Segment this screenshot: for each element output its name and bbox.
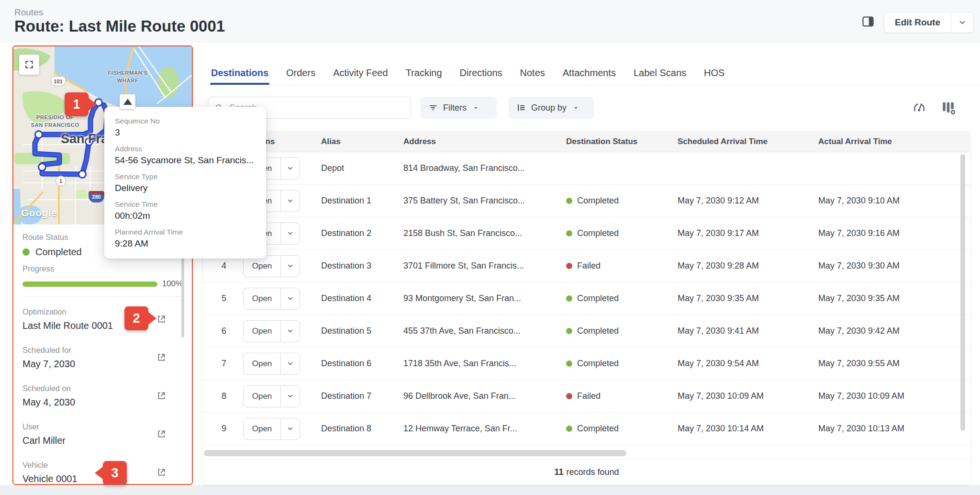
open-button-label[interactable]: Open (244, 256, 280, 277)
row-seq: 8 (203, 391, 233, 401)
status-dot (566, 230, 572, 236)
row-address: 1718 35th Ave, San Francis... (403, 359, 566, 369)
dashboard-gauge-button[interactable] (909, 98, 929, 118)
group-by-button[interactable]: Group by (509, 97, 594, 119)
open-button-label[interactable]: Open (244, 288, 280, 309)
open-button-label[interactable]: Open (244, 386, 280, 407)
column-header-scheduled-arrival[interactable]: Scheduled Arrival Time (678, 137, 818, 146)
open-button[interactable]: Open (243, 353, 300, 375)
row-alias: Destination 4 (321, 293, 403, 304)
group-by-icon (516, 103, 526, 112)
map-fullscreen-button[interactable] (19, 55, 39, 75)
open-button[interactable]: Open (243, 385, 300, 407)
table-row[interactable]: 4 Open Destination 3 3701 Fillmore St, S… (203, 250, 970, 282)
open-dropdown-toggle[interactable] (281, 191, 300, 212)
tab-label-scans[interactable]: Label Scans (634, 60, 686, 85)
row-seq: 5 (203, 293, 233, 304)
column-header-alias[interactable]: Alias (321, 137, 403, 146)
tab-attachments[interactable]: Attachments (563, 60, 616, 85)
vehicle-open-link[interactable] (156, 467, 167, 479)
side-panel-toggle-button[interactable] (860, 15, 876, 30)
edit-route-button[interactable]: Edit Route (884, 12, 951, 33)
open-dropdown-toggle[interactable] (281, 223, 300, 244)
row-scheduled-time: May 7, 2030 10:09 AM (678, 391, 818, 401)
optimization-open-link[interactable] (156, 314, 167, 326)
status-text: Completed (577, 424, 619, 434)
table-row[interactable]: 9 Open Destination 8 12 Hemway Terrace, … (203, 413, 970, 445)
column-settings-button[interactable] (939, 98, 959, 118)
chevron-down-icon (473, 105, 479, 111)
open-button[interactable]: Open (243, 418, 300, 440)
row-address: 814 Broadway, San Francisco... (403, 163, 566, 173)
open-dropdown-toggle[interactable] (281, 321, 300, 342)
edit-route-dropdown-toggle[interactable] (951, 12, 973, 33)
tab-destinations[interactable]: Destinations (211, 60, 268, 85)
chevron-down-icon (573, 105, 579, 111)
tab-orders[interactable]: Orders (286, 60, 315, 85)
status-dot (566, 393, 572, 399)
row-alias: Destination 7 (321, 391, 403, 401)
scheduled-for-open-link[interactable] (156, 352, 167, 364)
table-horizontal-scrollbar[interactable] (204, 450, 626, 456)
open-button-label[interactable]: Open (244, 418, 280, 439)
row-alias: Destination 3 (321, 261, 403, 271)
status-dot (566, 360, 572, 367)
tab-directions[interactable]: Directions (460, 60, 502, 85)
user-open-link[interactable] (156, 429, 167, 441)
table-row[interactable]: 8 Open Destination 7 96 Dellbrook Ave, S… (203, 380, 970, 413)
table-row[interactable]: 1 Open Depot 814 Broadway, San Francisco… (203, 152, 970, 185)
top-header: Routes Route: Last Mile Route 0001 Edit … (0, 0, 980, 42)
open-dropdown-toggle[interactable] (281, 288, 300, 309)
open-dropdown-toggle[interactable] (281, 418, 300, 439)
table-row[interactable]: 6 Open Destination 5 455 37th Ave, San F… (203, 315, 970, 348)
table-row[interactable]: 5 Open Destination 4 93 Montgomery St, S… (203, 282, 970, 315)
table-row[interactable]: 7 Open Destination 6 1718 35th Ave, San … (203, 348, 970, 380)
open-dropdown-toggle[interactable] (281, 386, 300, 407)
column-header-actual-arrival[interactable]: Actual Arrival Time (818, 137, 970, 146)
breadcrumb[interactable]: Routes (14, 7, 43, 18)
table-row[interactable]: 3 Open Destination 2 2158 Bush St, San F… (203, 217, 970, 250)
filters-button[interactable]: Filters (421, 97, 497, 119)
records-found-footer: 11 records found (203, 459, 970, 485)
status-cell: Completed (566, 359, 678, 369)
open-button-label[interactable]: Open (244, 321, 280, 342)
tab-notes[interactable]: Notes (520, 60, 545, 85)
google-attribution: Google (21, 207, 57, 219)
column-header-destination-status[interactable]: Destination Status (566, 137, 678, 146)
open-dropdown-toggle[interactable] (281, 158, 300, 179)
depot-map-marker[interactable] (120, 94, 135, 109)
records-count: 11 (554, 467, 563, 477)
external-link-icon (156, 467, 167, 477)
scheduled-on-value: May 4, 2030 (22, 397, 75, 407)
tab-hos[interactable]: HOS (704, 60, 724, 85)
open-dropdown-toggle[interactable] (281, 353, 300, 374)
records-text: records found (566, 467, 619, 477)
open-button[interactable]: Open (243, 320, 300, 342)
chevron-down-icon (958, 18, 967, 27)
row-actual-time: May 7, 2030 9:55 AM (818, 359, 970, 369)
external-link-icon (156, 352, 167, 362)
tooltip-value-planned-arrival: 9:28 AM (115, 238, 256, 249)
open-button[interactable]: Open (243, 288, 300, 310)
table-row[interactable]: 2 Open Destination 1 375 Battery St, San… (203, 185, 970, 217)
chevron-down-icon (287, 262, 294, 270)
main-content: DestinationsOrdersActivity FeedTrackingD… (203, 42, 980, 485)
status-cell: Completed (566, 196, 678, 206)
open-dropdown-toggle[interactable] (281, 256, 300, 277)
tab-tracking[interactable]: Tracking (406, 60, 442, 85)
table-vertical-scrollbar[interactable] (960, 154, 965, 431)
tab-activity-feed[interactable]: Activity Feed (333, 60, 388, 85)
map-label-fishermans-wharf: FISHERMAN'S WHARF (106, 69, 149, 84)
status-text: Completed (577, 293, 619, 304)
open-button-label[interactable]: Open (244, 353, 280, 374)
row-alias: Destination 5 (321, 326, 403, 336)
scheduled-on-open-link[interactable] (156, 391, 167, 403)
status-cell: Completed (566, 424, 678, 434)
column-header-address[interactable]: Address (403, 137, 566, 146)
chevron-down-icon (287, 360, 294, 367)
field-user: User Carl Miller (22, 418, 183, 451)
interstate-280-shield: 280 (89, 191, 104, 202)
status-cell: Failed (566, 391, 678, 401)
edit-route-split-button[interactable]: Edit Route (884, 12, 974, 33)
row-address: 455 37th Ave, San Francisco... (403, 326, 566, 336)
